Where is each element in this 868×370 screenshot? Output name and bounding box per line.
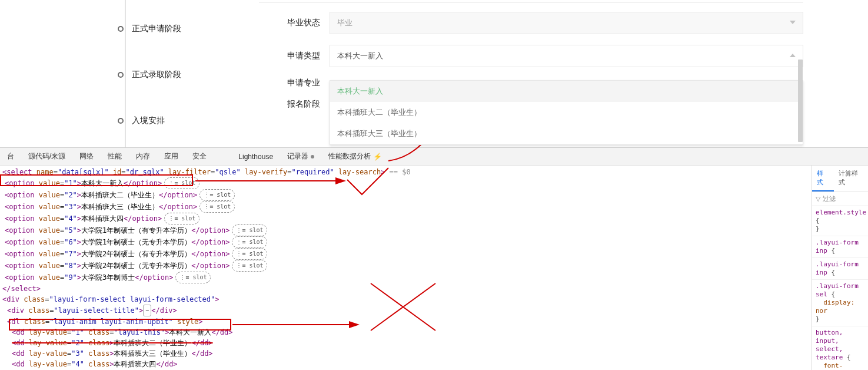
timeline-dot-icon: [118, 26, 124, 32]
timeline-column: 正式申请阶段 正式录取阶段 入境安排: [0, 0, 259, 147]
row-divider: [259, 2, 803, 3]
devtools-tab-application[interactable]: 应用: [157, 148, 185, 166]
form-label: 申请专业: [259, 78, 330, 88]
styles-tab-styles[interactable]: 样式: [812, 166, 834, 191]
timeline-label: 正式录取阶段: [132, 70, 181, 80]
filter-label: 过滤: [823, 194, 836, 203]
caret-down-icon: [790, 21, 796, 24]
select-value: 毕业: [337, 18, 352, 28]
styles-panel: 样式 计算样式 ▽ 过滤 element.style {}.layui-form…: [812, 166, 868, 370]
filter-icon: ▽: [816, 195, 820, 203]
app-type-select[interactable]: 本科大一新入: [330, 45, 803, 67]
form-row-grad-status: 毕业状态 毕业: [259, 12, 803, 34]
timeline-item-apply[interactable]: 正式申请阶段: [118, 24, 259, 34]
styles-tab-computed[interactable]: 计算样式: [834, 166, 868, 191]
elements-panel[interactable]: <select name="data[sqlx]" id="dr_sqlx" l…: [0, 166, 812, 370]
devtools-tab-lighthouse[interactable]: Lighthouse: [231, 148, 280, 166]
form-label: 申请类型: [259, 51, 330, 61]
timeline-item-admit[interactable]: 正式录取阶段: [118, 70, 259, 80]
devtools-tab-network[interactable]: 网络: [72, 148, 101, 166]
form-row-app-type: 申请类型 本科大一新入: [259, 45, 803, 67]
devtools-body: <select name="data[sqlx]" id="dr_sqlx" l…: [0, 165, 868, 370]
dropdown-item[interactable]: 本科插班大三（毕业生）: [330, 123, 803, 144]
select-value: 本科大一新入: [337, 51, 383, 61]
form-label: 报名阶段: [259, 99, 330, 110]
devtools-tab-security[interactable]: 安全: [185, 148, 214, 166]
timeline-line: [125, 0, 126, 147]
timeline-label: 入境安排: [132, 115, 165, 126]
devtools-tab-memory[interactable]: 内存: [129, 148, 157, 166]
devtools-tabs: 台 源代码/来源 网络 性能 内存 应用 安全 Lighthouse 记录器 性…: [0, 147, 868, 165]
form-label: 毕业状态: [259, 18, 330, 28]
devtools-tab-performance[interactable]: 性能: [101, 148, 129, 166]
timeline-dot-icon: [118, 118, 124, 124]
devtools-tab-console[interactable]: 台: [0, 148, 21, 166]
timeline-dot-icon: [118, 72, 124, 78]
scrollbar[interactable]: [798, 60, 803, 142]
dropdown-item[interactable]: 本科插班大二（毕业生）: [330, 102, 803, 123]
devtools-tab-perf-insights[interactable]: 性能数据分析 ⚡: [321, 148, 389, 166]
lightning-icon: ⚡: [373, 153, 382, 161]
devtools-tab-recorder[interactable]: 记录器: [280, 148, 321, 166]
styles-filter[interactable]: ▽ 过滤: [812, 192, 868, 206]
dropdown-item[interactable]: 本科大一新入: [330, 81, 803, 102]
grad-status-select[interactable]: 毕业: [330, 12, 803, 34]
timeline-item-entry[interactable]: 入境安排: [118, 115, 259, 126]
caret-up-icon: [790, 54, 796, 57]
timeline-label: 正式申请阶段: [132, 24, 181, 34]
devtools-tab-sources[interactable]: 源代码/来源: [21, 148, 72, 166]
form-section: 正式申请阶段 正式录取阶段 入境安排 毕业状态 毕业 申请类型 本科大一新入: [0, 0, 868, 147]
dropdown-panel: 本科大一新入 本科插班大二（毕业生） 本科插班大三（毕业生）: [330, 80, 803, 145]
recorder-dot-icon: [311, 155, 314, 158]
